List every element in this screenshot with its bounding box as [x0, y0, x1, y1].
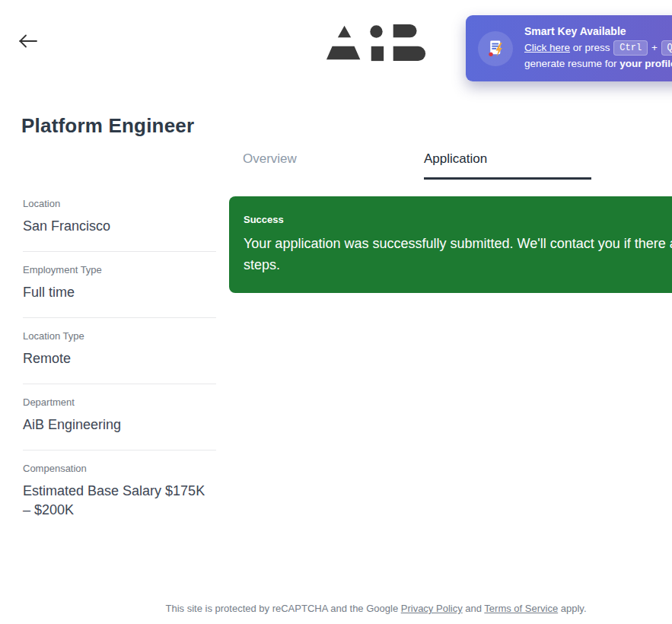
- detail-label: Location: [23, 198, 216, 210]
- detail-value: Remote: [23, 349, 213, 368]
- back-button[interactable]: [15, 31, 40, 53]
- privacy-policy-link[interactable]: Privacy Policy: [401, 603, 463, 614]
- aib-logo-icon: [325, 54, 428, 67]
- resume-document-icon: [478, 31, 513, 66]
- footer-text: apply.: [558, 603, 586, 614]
- back-arrow-icon: [17, 40, 38, 52]
- smart-key-toast: Smart Key Available Click here or press …: [466, 15, 672, 81]
- detail-section-location: Location San Francisco: [23, 198, 216, 252]
- toast-title: Smart Key Available: [524, 25, 672, 37]
- detail-section-department: Department AiB Engineering: [23, 384, 216, 450]
- detail-value: San Francisco: [23, 217, 213, 236]
- success-banner-message: Your application was successfully submit…: [244, 234, 672, 275]
- toast-profile-text: your profile: [619, 58, 672, 69]
- toast-press-text: or press: [570, 42, 613, 53]
- ctrl-key-badge: Ctrl: [613, 40, 648, 56]
- footer-text: This site is protected by reCAPTCHA and …: [165, 603, 400, 614]
- aib-logo: [325, 21, 428, 68]
- tab-bar: Overview Application: [243, 151, 591, 180]
- detail-section-employment-type: Employment Type Full time: [23, 252, 216, 318]
- detail-label: Employment Type: [23, 264, 216, 276]
- recaptcha-footer: This site is protected by reCAPTCHA and …: [0, 603, 672, 614]
- success-banner-title: Success: [244, 214, 672, 225]
- job-details-sidebar: Location San Francisco Employment Type F…: [23, 198, 216, 535]
- q-key-badge: Q: [661, 40, 672, 56]
- toast-body: Smart Key Available Click here or press …: [524, 25, 672, 72]
- detail-label: Department: [23, 396, 216, 409]
- detail-section-compensation: Compensation Estimated Base Salary $175K…: [23, 450, 216, 535]
- tab-application[interactable]: Application: [424, 151, 591, 180]
- detail-section-location-type: Location Type Remote: [23, 318, 216, 384]
- success-banner: Success Your application was successfull…: [229, 196, 672, 293]
- toast-generate-text: generate resume for: [524, 58, 619, 69]
- toast-message: Click here or press Ctrl + Q to generate…: [524, 40, 672, 72]
- detail-value: Estimated Base Salary $175K – $200K: [23, 482, 213, 520]
- detail-value: Full time: [23, 283, 213, 302]
- terms-of-service-link[interactable]: Terms of Service: [484, 603, 558, 614]
- footer-text: and: [463, 603, 485, 614]
- tab-overview[interactable]: Overview: [243, 151, 410, 180]
- toast-plus-text: +: [648, 42, 660, 53]
- page-title: Platform Engineer: [21, 114, 194, 138]
- detail-label: Location Type: [23, 330, 216, 342]
- detail-label: Compensation: [23, 463, 216, 475]
- detail-value: AiB Engineering: [23, 415, 213, 435]
- click-here-link[interactable]: Click here: [524, 42, 570, 53]
